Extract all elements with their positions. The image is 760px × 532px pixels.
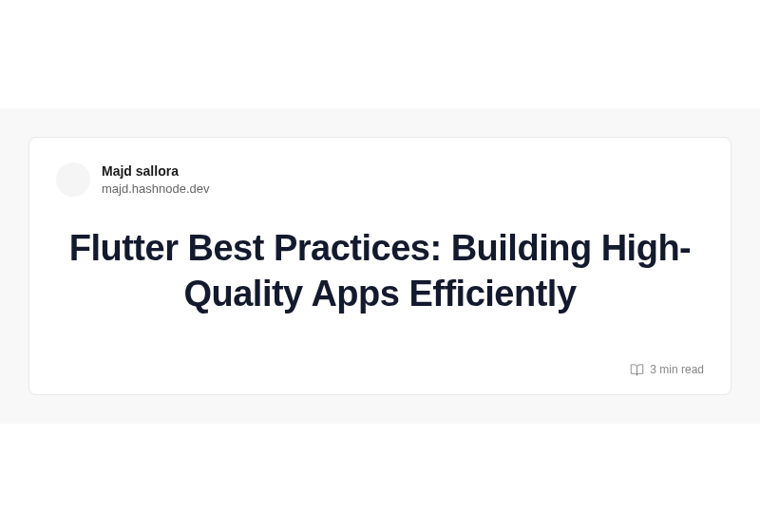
article-title[interactable]: Flutter Best Practices: Building High-Qu… <box>56 225 704 317</box>
author-info: Majd sallora majd.hashnode.dev <box>102 162 209 198</box>
book-icon <box>630 363 644 377</box>
outer-container: Majd sallora majd.hashnode.dev Flutter B… <box>0 108 760 424</box>
article-card[interactable]: Majd sallora majd.hashnode.dev Flutter B… <box>28 137 732 395</box>
read-time-section: 3 min read <box>56 363 704 377</box>
author-name[interactable]: Majd sallora <box>102 162 209 180</box>
author-section: Majd sallora majd.hashnode.dev <box>56 162 704 198</box>
author-domain[interactable]: majd.hashnode.dev <box>102 180 209 198</box>
read-time-text: 3 min read <box>650 363 704 376</box>
author-avatar[interactable] <box>56 162 90 197</box>
